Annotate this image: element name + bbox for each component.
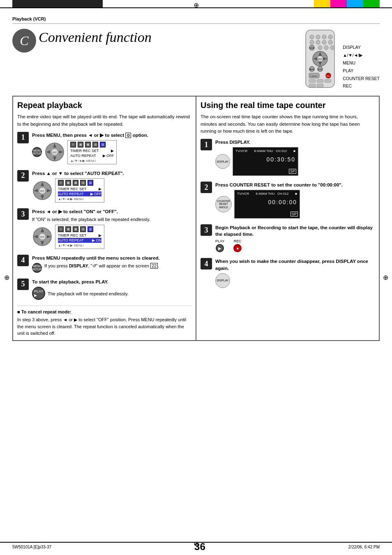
step-3-subtext: If "ON" is selected, the playback will b… (32, 216, 191, 223)
display-btn-4-icon: DISPLAY (215, 273, 230, 288)
screen-mock-2: TV/VCR 8:40AM THU CH 012 ■ 00:00:00 SP (234, 190, 300, 219)
svg-text:MENU: MENU (309, 69, 315, 71)
svg-text:DISP: DISP (309, 47, 314, 49)
menu-icon-3-4: ▤ (80, 226, 86, 232)
menu-icon-3-2: ▦ (65, 226, 71, 232)
step-1-text: Press MENU, then press ◄ or ▶ to select … (32, 132, 191, 138)
menu-nav-hint-2: ▲/▼/◄/▶ MENU (58, 197, 101, 201)
menu-label: MENU (343, 59, 380, 67)
right-step-4: 4 When you wish to make the counter disa… (201, 258, 375, 289)
right-step-4-text: When you wish to make the counter disapp… (215, 258, 375, 271)
step-3: 3 Press ◄ or ▶ to select "ON" or "OFF". … (17, 208, 191, 250)
left-section: Repeat playback The entire video tape wi… (13, 97, 196, 340)
right-section-desc: The on-screen real time tape counter sho… (201, 113, 375, 135)
svg-text:ENT: ENT (40, 236, 44, 238)
right-step-2: 2 Press COUNTER RESET to set the counter… (201, 182, 375, 220)
remote-illustration: DISP ENT MENU PL (297, 28, 380, 90)
svg-point-8 (328, 40, 332, 44)
menu-icon-2-4: ▤ (80, 180, 86, 186)
right-step-2-text: Press COUNTER RESET to set the counter t… (215, 182, 375, 188)
step-2-num: 2 (17, 170, 29, 182)
svg-rect-30 (317, 79, 323, 83)
step-4-subtext: MENUSETUP If you press DISPLAY, "↺" will… (32, 263, 191, 273)
step-3-text: Press ◄ or ▶ to select "ON" or "OFF". (32, 208, 191, 215)
step-2-content: Press ▲ or ▼ to select "AUTO REPEAT". EN… (32, 170, 191, 204)
menu-icon-1: ⊙ (70, 142, 76, 147)
menu-btn-icon: MENUSETUP (32, 147, 42, 157)
right-step-1-text: Press DISPLAY. (215, 139, 375, 145)
title-circle-icon: C (12, 29, 36, 53)
menu-row-2-1: TIMER REC SET▶ (58, 187, 101, 191)
header: Playback (VCR) (12, 12, 380, 24)
step-1-menu-box: ⊙ ▦ ▦ ▤ ▥ TIMER REC SET▶ AUTO REPEAT▶ OF… (67, 140, 117, 164)
two-col-sections: Repeat playback The entire video tape wi… (12, 96, 380, 341)
green-bar (363, 0, 380, 7)
menu-icon-3-1: ⊙ (58, 226, 64, 232)
step-3-illus: ENT ⊙ ▦ ▦ ▤ ▥ TIMER REC SET▶ (32, 225, 191, 249)
screen-sp-1: SP (289, 169, 296, 174)
cancel-note-title: ■ To cancel repeat mode: (17, 309, 191, 315)
right-section-title: Using the real time tape counter (201, 101, 375, 110)
right-step-1-num: 1 (201, 139, 212, 150)
step-5-text: To start the playback, press PLAY. (32, 279, 191, 285)
svg-point-2 (316, 35, 320, 39)
footer: 5W50101A [E]p33-37 36 2/22/06, 6:42 PM (12, 541, 380, 553)
step-2-text: Press ▲ or ▼ to select "AUTO REPEAT". (32, 170, 191, 177)
yellow-bar (314, 0, 330, 7)
step-1-illus: MENUSETUP ENT (32, 140, 191, 164)
svg-text:ENT: ENT (53, 151, 57, 154)
play-label: PLAY (343, 67, 380, 75)
svg-point-6 (316, 40, 320, 44)
footer-left-code: 5W50101A [E]p33-37 (12, 545, 51, 549)
cancel-note-text: In step 3 above, press ◄ or ▶ to select … (17, 316, 191, 337)
svg-point-7 (322, 40, 326, 44)
step-3-menu-box: ⊙ ▦ ▦ ▤ ▥ TIMER REC SET▶ AUTO REPEAT▶ ON (55, 225, 104, 249)
play-btn-3-icon: ▶ (216, 244, 224, 252)
svg-rect-33 (317, 84, 323, 87)
black-bar (12, 0, 103, 7)
step-2: 2 Press ▲ or ▼ to select "AUTO REPEAT". … (17, 170, 191, 204)
menu-row-1: TIMER REC SET▶ (70, 148, 114, 153)
svg-point-4 (328, 35, 332, 39)
right-step-2-num: 2 (201, 182, 212, 193)
step-5: 5 To start the playback, press PLAY. PLA… (17, 279, 191, 302)
menu-icon-2-5: ▥ (88, 180, 93, 186)
color-blocks (314, 0, 380, 7)
menu-icon-2-1: ⊙ (58, 180, 64, 186)
display-label: DISPLAY (343, 44, 380, 51)
screen-mock-1: TV/VCR 8:40AM THU CH 012 ■ 00:30:50 SP (233, 147, 298, 176)
nav-pad-icon: ENT (44, 142, 65, 162)
svg-text:REC: REC (326, 75, 330, 77)
section-label: Playback (VCR) (12, 16, 46, 21)
menu-icon-2-3: ▦ (73, 180, 78, 186)
menu-nav-hint-3: ▲/▼/◄/▶ MENU (58, 244, 101, 247)
screen-time-1: 00:30:50 (235, 156, 295, 163)
svg-point-12 (324, 46, 328, 50)
right-step-4-num: 4 (201, 258, 212, 269)
menu-icon-5: ▥ (100, 142, 106, 147)
menu-icon-3-3: ▦ (73, 226, 78, 232)
menu-btn-4-icon: MENUSETUP (32, 263, 42, 273)
rec-label: REC (343, 82, 380, 90)
svg-rect-31 (325, 79, 331, 83)
right-step-4-content: When you wish to make the counter disapp… (215, 258, 375, 289)
menu-row-3-2: AUTO REPEAT▶ ON (58, 238, 101, 243)
screen-sp-2: SP (291, 212, 298, 216)
counter-reset-label: COUNTER RESET (343, 75, 380, 83)
nav-pad-3-icon: ENT (32, 226, 53, 247)
title-area: C Convenient function (12, 28, 380, 90)
step-1-content: Press MENU, then press ◄ or ▶ to select … (32, 132, 191, 166)
rec-btn-3-icon: ● (233, 244, 242, 252)
right-step-1-illus: DISPLAY TV/VCR 8:40AM THU CH 012 ■ 00:30… (215, 147, 375, 176)
page-title: Convenient function (39, 28, 152, 45)
menu-row-2: AUTO REPEAT▶ OFF (70, 153, 114, 158)
right-step-1: 1 Press DISPLAY. DISPLAY TV/VCR 8:40AM T… (201, 139, 375, 177)
svg-text:ENT: ENT (318, 58, 322, 60)
menu-icon-2-2: ▦ (65, 180, 71, 186)
footer-page-number: 36 (194, 541, 205, 553)
menu-nav-hint-1: ▲/▼/◄/▶ MENU (70, 159, 114, 163)
screen-time-2: 00:00:00 (237, 199, 297, 205)
cancel-note: ■ To cancel repeat mode: In step 3 above… (17, 306, 191, 337)
step-3-num: 3 (17, 208, 29, 220)
menu-icon-2: ▦ (78, 142, 83, 147)
